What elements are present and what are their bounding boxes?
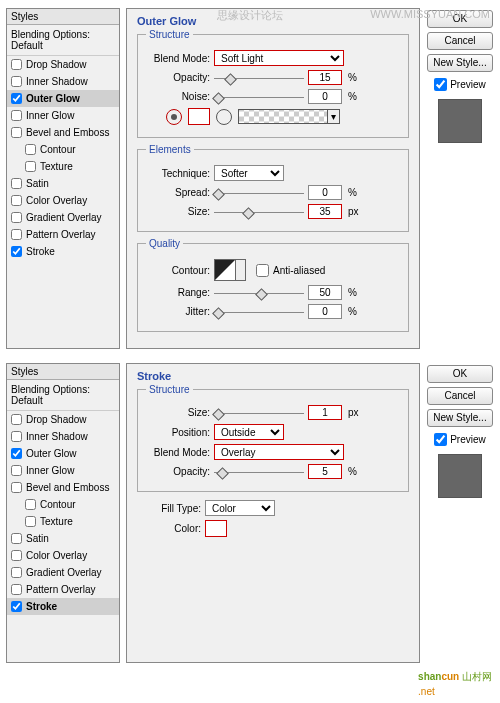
style-label: Color Overlay — [26, 550, 87, 561]
style-checkbox[interactable] — [11, 246, 22, 257]
style-checkbox[interactable] — [11, 601, 22, 612]
preview-checkbox[interactable] — [434, 433, 447, 446]
style-checkbox[interactable] — [11, 550, 22, 561]
style-checkbox[interactable] — [11, 431, 22, 442]
jitter-slider[interactable] — [214, 306, 304, 318]
gradient-swatch[interactable] — [238, 109, 328, 124]
cancel-button[interactable]: Cancel — [427, 32, 493, 50]
style-checkbox[interactable] — [25, 161, 36, 172]
size-slider[interactable] — [214, 407, 304, 419]
style-item-stroke[interactable]: Stroke — [7, 243, 119, 260]
preview-checkbox[interactable] — [434, 78, 447, 91]
style-item-outer-glow[interactable]: Outer Glow — [7, 445, 119, 462]
style-item-contour[interactable]: Contour — [7, 496, 119, 513]
style-item-gradient-overlay[interactable]: Gradient Overlay — [7, 209, 119, 226]
opacity-input[interactable] — [308, 70, 342, 85]
style-item-gradient-overlay[interactable]: Gradient Overlay — [7, 564, 119, 581]
style-item-color-overlay[interactable]: Color Overlay — [7, 192, 119, 209]
style-label: Inner Glow — [26, 465, 74, 476]
style-checkbox[interactable] — [11, 567, 22, 578]
style-item-inner-glow[interactable]: Inner Glow — [7, 462, 119, 479]
style-checkbox[interactable] — [11, 127, 22, 138]
solid-color-swatch[interactable] — [188, 108, 210, 125]
style-item-bevel-and-emboss[interactable]: Bevel and Emboss — [7, 124, 119, 141]
style-checkbox[interactable] — [11, 448, 22, 459]
solid-color-radio[interactable] — [166, 109, 182, 125]
spread-slider[interactable] — [214, 187, 304, 199]
style-item-stroke[interactable]: Stroke — [7, 598, 119, 615]
size-input[interactable] — [308, 204, 342, 219]
blend-mode-select[interactable]: Soft Light — [214, 50, 344, 66]
quality-legend: Quality — [146, 238, 183, 249]
new-style-button[interactable]: New Style... — [427, 54, 493, 72]
style-item-pattern-overlay[interactable]: Pattern Overlay — [7, 226, 119, 243]
technique-label: Technique: — [146, 168, 210, 179]
styles-list-panel: Styles Blending Options: Default Drop Sh… — [6, 363, 120, 663]
anti-aliased-checkbox[interactable] — [256, 264, 269, 277]
size-slider[interactable] — [214, 206, 304, 218]
style-checkbox[interactable] — [11, 533, 22, 544]
stroke-color-swatch[interactable] — [205, 520, 227, 537]
size-input[interactable] — [308, 405, 342, 420]
new-style-button[interactable]: New Style... — [427, 409, 493, 427]
style-checkbox[interactable] — [11, 414, 22, 425]
style-item-satin[interactable]: Satin — [7, 530, 119, 547]
style-item-outer-glow[interactable]: Outer Glow — [7, 90, 119, 107]
style-item-texture[interactable]: Texture — [7, 513, 119, 530]
technique-select[interactable]: Softer — [214, 165, 284, 181]
style-item-color-overlay[interactable]: Color Overlay — [7, 547, 119, 564]
opacity-slider[interactable] — [214, 72, 304, 84]
style-checkbox[interactable] — [11, 59, 22, 70]
style-checkbox[interactable] — [11, 584, 22, 595]
style-checkbox[interactable] — [11, 465, 22, 476]
style-checkbox[interactable] — [11, 93, 22, 104]
style-item-inner-shadow[interactable]: Inner Shadow — [7, 73, 119, 90]
jitter-input[interactable] — [308, 304, 342, 319]
style-item-inner-shadow[interactable]: Inner Shadow — [7, 428, 119, 445]
style-checkbox[interactable] — [25, 144, 36, 155]
style-checkbox[interactable] — [25, 516, 36, 527]
style-item-drop-shadow[interactable]: Drop Shadow — [7, 411, 119, 428]
opacity-slider[interactable] — [214, 466, 304, 478]
style-item-inner-glow[interactable]: Inner Glow — [7, 107, 119, 124]
fill-type-select[interactable]: Color — [205, 500, 275, 516]
noise-slider[interactable] — [214, 91, 304, 103]
structure-group: Structure Blend Mode: Soft Light Opacity… — [137, 29, 409, 138]
cancel-button[interactable]: Cancel — [427, 387, 493, 405]
style-item-satin[interactable]: Satin — [7, 175, 119, 192]
style-item-bevel-and-emboss[interactable]: Bevel and Emboss — [7, 479, 119, 496]
style-checkbox[interactable] — [25, 499, 36, 510]
opacity-label: Opacity: — [146, 466, 210, 477]
color-label: Color: — [137, 523, 201, 534]
shancun-logo: shancun 山村网.net — [418, 658, 492, 685]
contour-dropdown[interactable] — [236, 259, 246, 281]
style-checkbox[interactable] — [11, 195, 22, 206]
spread-input[interactable] — [308, 185, 342, 200]
ok-button[interactable]: OK — [427, 365, 493, 383]
style-item-drop-shadow[interactable]: Drop Shadow — [7, 56, 119, 73]
gradient-radio[interactable] — [216, 109, 232, 125]
style-checkbox[interactable] — [11, 110, 22, 121]
range-slider[interactable] — [214, 287, 304, 299]
style-checkbox[interactable] — [11, 212, 22, 223]
blending-options-label[interactable]: Blending Options: Default — [7, 25, 119, 56]
jitter-label: Jitter: — [146, 306, 210, 317]
opacity-input[interactable] — [308, 464, 342, 479]
style-item-texture[interactable]: Texture — [7, 158, 119, 175]
style-item-pattern-overlay[interactable]: Pattern Overlay — [7, 581, 119, 598]
watermark-center: 思缘设计论坛 — [217, 8, 283, 23]
position-select[interactable]: Outside — [214, 424, 284, 440]
contour-picker[interactable] — [214, 259, 236, 281]
range-input[interactable] — [308, 285, 342, 300]
structure-legend: Structure — [146, 29, 193, 40]
style-label: Color Overlay — [26, 195, 87, 206]
style-label: Texture — [40, 516, 73, 527]
style-checkbox[interactable] — [11, 229, 22, 240]
gradient-dropdown[interactable]: ▾ — [328, 109, 340, 124]
style-checkbox[interactable] — [11, 76, 22, 87]
style-checkbox[interactable] — [11, 178, 22, 189]
noise-input[interactable] — [308, 89, 342, 104]
blend-mode-select[interactable]: Overlay — [214, 444, 344, 460]
style-checkbox[interactable] — [11, 482, 22, 493]
style-item-contour[interactable]: Contour — [7, 141, 119, 158]
